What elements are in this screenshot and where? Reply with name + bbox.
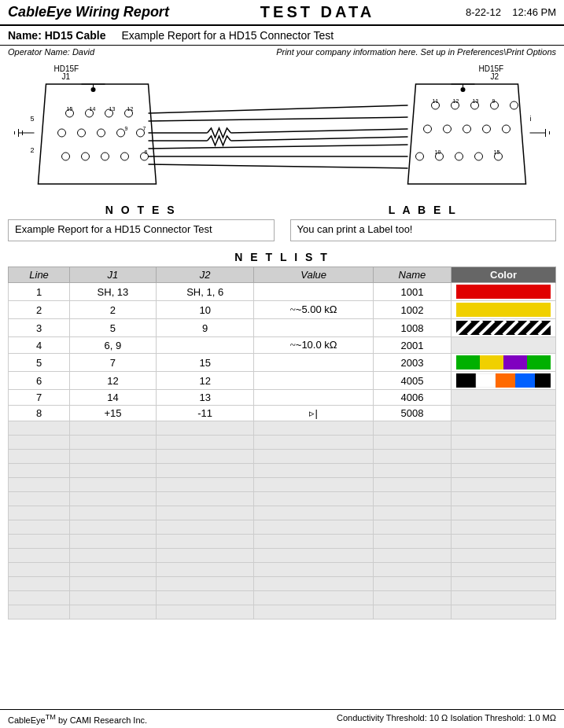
diagram-area: HD15F J1 HD15F J2 5 2 i (0, 58, 564, 200)
page: CableEye Wiring Report TEST DATA 8-22-12… (0, 0, 564, 728)
cell-value (254, 283, 373, 301)
cell-j2: 13 (156, 390, 254, 406)
color-cell (452, 406, 556, 421)
svg-point-19 (82, 153, 90, 160)
color-cell (452, 283, 556, 301)
cell-name: 4005 (373, 372, 451, 390)
empty-cell (156, 577, 254, 591)
empty-cell (373, 492, 451, 506)
svg-text:J1: J1 (62, 72, 71, 81)
empty-cell (452, 591, 556, 605)
empty-cell (373, 591, 451, 605)
empty-cell (254, 421, 373, 436)
svg-text:13: 13 (473, 98, 479, 104)
cell-j1: SH, 13 (70, 283, 157, 301)
empty-cell (9, 591, 70, 605)
empty-cell (70, 605, 157, 620)
cell-name: 2001 (373, 337, 451, 354)
svg-point-38 (483, 125, 491, 133)
col-header-j1: J1 (70, 267, 157, 283)
table-row: 612124005 (9, 372, 556, 390)
cell-name: 1001 (373, 283, 451, 301)
svg-rect-85 (527, 355, 551, 370)
cell-line: 5 (9, 354, 70, 372)
empty-cell (9, 464, 70, 478)
cell-value (254, 390, 373, 406)
col-header-value: Value (254, 267, 373, 283)
empty-cell (9, 535, 70, 549)
empty-cell (452, 421, 556, 436)
cell-value (254, 354, 373, 372)
empty-cell (254, 464, 373, 478)
table-row: 8+15-11▹|5008 (9, 406, 556, 421)
svg-point-16 (117, 129, 125, 137)
svg-point-21 (121, 153, 129, 160)
empty-cell (254, 591, 373, 605)
svg-text:6: 6 (145, 149, 148, 155)
empty-cell (373, 535, 451, 549)
empty-cell (70, 563, 157, 577)
svg-point-14 (78, 129, 86, 137)
wiring-diagram: HD15F J1 HD15F J2 5 2 i (8, 62, 556, 196)
svg-point-35 (424, 125, 432, 133)
empty-cell (70, 591, 157, 605)
svg-line-52 (149, 117, 408, 121)
table-row-empty (9, 605, 556, 620)
empty-cell (452, 535, 556, 549)
cell-line: 8 (9, 406, 70, 421)
svg-point-39 (503, 125, 511, 133)
table-row-empty (9, 450, 556, 464)
notes-label-section: N O T E S Example Report for a HD15 Conn… (0, 204, 564, 241)
date-time: 8-22-12 12:46 PM (466, 6, 556, 18)
cell-j2: -11 (156, 406, 254, 421)
empty-cell (156, 535, 254, 549)
svg-point-37 (463, 125, 471, 133)
svg-text:12: 12 (127, 106, 134, 112)
empty-cell (452, 605, 556, 620)
table-row-empty (9, 535, 556, 549)
empty-cell (9, 549, 70, 563)
empty-cell (156, 591, 254, 605)
empty-cell (70, 436, 157, 450)
color-cell (452, 354, 556, 372)
empty-cell (452, 450, 556, 464)
cell-name: 2003 (373, 354, 451, 372)
empty-cell (452, 506, 556, 520)
empty-cell (373, 549, 451, 563)
color-cell (452, 319, 556, 337)
svg-rect-82 (456, 355, 480, 370)
report-title: TEST DATA (260, 3, 374, 21)
cell-value (254, 372, 373, 390)
table-header-row: Line J1 J2 Value Name Color (9, 267, 556, 283)
col-header-line: Line (9, 267, 70, 283)
svg-text:12: 12 (453, 98, 459, 104)
empty-cell (254, 436, 373, 450)
empty-cell (156, 605, 254, 620)
svg-text:15: 15 (494, 149, 500, 155)
label-content: You can print a Label too! (290, 219, 557, 241)
cell-line: 2 (9, 301, 70, 319)
svg-rect-87 (476, 373, 496, 388)
cell-j1: 2 (70, 301, 157, 319)
table-row-empty (9, 478, 556, 492)
empty-cell (156, 478, 254, 492)
svg-line-57 (149, 145, 408, 149)
cell-line: 6 (9, 372, 70, 390)
empty-cell (70, 492, 157, 506)
col-header-j2: J2 (156, 267, 254, 283)
svg-point-36 (444, 125, 452, 133)
label-title: L A B E L (290, 204, 557, 216)
table-row: 46, 9~~10.0 kΩ2001 (9, 337, 556, 354)
svg-point-40 (416, 153, 424, 160)
print-info: Print your company information here. Set… (276, 47, 556, 57)
empty-cell (9, 520, 70, 535)
color-cell (452, 301, 556, 319)
empty-cell (9, 492, 70, 506)
empty-cell (373, 520, 451, 535)
empty-cell (373, 478, 451, 492)
empty-cell (9, 605, 70, 620)
empty-cell (373, 450, 451, 464)
cell-j2: 15 (156, 354, 254, 372)
table-row-empty (9, 436, 556, 450)
cell-j2: 12 (156, 372, 254, 390)
